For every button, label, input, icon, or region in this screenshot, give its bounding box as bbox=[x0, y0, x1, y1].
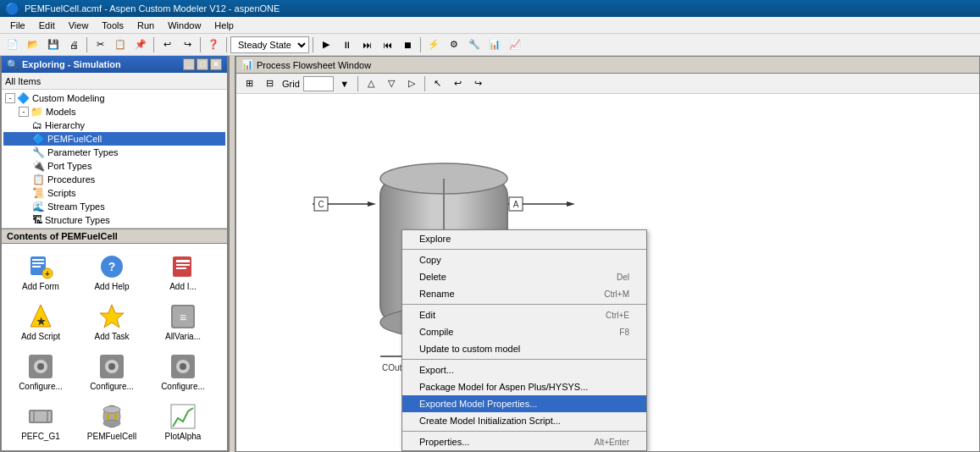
pause-button[interactable]: ⏸ bbox=[337, 36, 356, 54]
toolbar-sep-4 bbox=[226, 37, 227, 52]
tree-item-pemfuelcell[interactable]: 🔷 PEMFuelCell bbox=[3, 132, 225, 146]
content-allvaria[interactable]: ≡ AllVaria... bbox=[149, 299, 217, 345]
configure2-label: Configure... bbox=[90, 382, 134, 391]
ctx-package-model[interactable]: Package Model for Aspen Plus/HYSYS... bbox=[402, 378, 646, 395]
ctx-copy[interactable]: Copy bbox=[402, 251, 646, 268]
new-button[interactable]: 📄 bbox=[3, 36, 22, 54]
tool3-button[interactable]: 🔧 bbox=[465, 36, 484, 54]
content-pefc[interactable]: PEFC_G1 bbox=[7, 399, 75, 445]
ctx-exported-model-properties[interactable]: Exported Model Properties... bbox=[402, 395, 646, 412]
tree-area[interactable]: - 🔷 Custom Modeling - 📁 Models 🗂 Hierarc… bbox=[2, 90, 227, 228]
tool4-button[interactable]: 📊 bbox=[485, 36, 504, 54]
open-button[interactable]: 📂 bbox=[24, 36, 42, 54]
minimize-button[interactable]: _ bbox=[183, 58, 195, 70]
panel-divider[interactable] bbox=[229, 56, 235, 452]
pemfuelcell-tree-icon: 🔷 bbox=[32, 133, 45, 145]
redo-button[interactable]: ↪ bbox=[178, 36, 197, 54]
svg-rect-8 bbox=[173, 256, 191, 277]
content-plot-alpha[interactable]: PlotAlpha bbox=[149, 399, 217, 445]
flow-btn2[interactable]: ⊟ bbox=[260, 74, 279, 93]
paste-button[interactable]: 📌 bbox=[131, 36, 150, 54]
menu-tools[interactable]: Tools bbox=[95, 19, 130, 32]
menu-run[interactable]: Run bbox=[130, 19, 161, 32]
flow-undo-btn[interactable]: ↩ bbox=[449, 74, 468, 93]
ctx-export[interactable]: Export... bbox=[402, 361, 646, 378]
flow-btn1[interactable]: ⊞ bbox=[240, 74, 258, 93]
menu-file[interactable]: File bbox=[3, 19, 32, 32]
tool2-button[interactable]: ⚙ bbox=[445, 36, 463, 54]
content-configure1[interactable]: Configure... bbox=[7, 349, 75, 395]
menu-edit[interactable]: Edit bbox=[32, 19, 62, 32]
help-button[interactable]: ❓ bbox=[204, 36, 223, 54]
step-button[interactable]: ⏭ bbox=[357, 36, 376, 54]
menu-view[interactable]: View bbox=[62, 19, 96, 32]
content-add-i[interactable]: Add I... bbox=[149, 249, 217, 295]
print-button[interactable]: 🖨 bbox=[64, 36, 83, 54]
tool5-button[interactable]: 📈 bbox=[506, 36, 524, 54]
toolbar-sep-6 bbox=[420, 37, 421, 52]
content-add-script[interactable]: ★ Add Script bbox=[7, 299, 75, 345]
content-add-task[interactable]: Add Task bbox=[78, 299, 146, 345]
copy-button[interactable]: 📋 bbox=[111, 36, 130, 54]
run-button[interactable]: ▶ bbox=[317, 36, 335, 54]
stop-button[interactable]: ⏹ bbox=[398, 36, 417, 54]
ctx-explore[interactable]: Explore bbox=[402, 230, 646, 247]
flow-redo-btn[interactable]: ↪ bbox=[469, 74, 488, 93]
ctx-compile[interactable]: Compile F8 bbox=[402, 323, 646, 340]
content-configure3[interactable]: Configure... bbox=[149, 349, 217, 395]
tree-item-port-types[interactable]: 🔌 Port Types bbox=[3, 159, 225, 173]
explorer-titlebar: 🔍 Exploring - Simulation _ □ ✕ bbox=[2, 56, 227, 73]
content-pemfuelcell[interactable]: PEMFuelCell bbox=[78, 399, 146, 445]
tree-item-stream-types[interactable]: 🌊 Stream Types bbox=[3, 200, 225, 213]
undo-button[interactable]: ↩ bbox=[158, 36, 176, 54]
flow-btn6[interactable]: ▷ bbox=[402, 74, 421, 93]
contents-panel: Contents of PEMFuelCell + A bbox=[2, 228, 227, 450]
save-button[interactable]: 💾 bbox=[44, 36, 63, 54]
rewind-button[interactable]: ⏮ bbox=[378, 36, 396, 54]
svg-rect-11 bbox=[176, 267, 186, 269]
ctx-create-init-script[interactable]: Create Model Initialization Script... bbox=[402, 412, 646, 429]
content-configure2[interactable]: Configure... bbox=[78, 349, 146, 395]
procedures-icon: 📋 bbox=[32, 174, 45, 185]
tree-item-procedures[interactable]: 📋 Procedures bbox=[3, 173, 225, 186]
ctx-delete[interactable]: Delete Del bbox=[402, 268, 646, 285]
parameter-types-icon: 🔧 bbox=[32, 146, 45, 158]
run-mode-select[interactable]: Steady State bbox=[230, 36, 309, 53]
flow-btn5[interactable]: ▽ bbox=[382, 74, 401, 93]
ctx-properties[interactable]: Properties... Alt+Enter bbox=[402, 433, 646, 450]
expander-models[interactable]: - bbox=[19, 107, 29, 117]
add-help-label: Add Help bbox=[94, 282, 129, 291]
flow-btn4[interactable]: △ bbox=[362, 74, 380, 93]
tool1-button[interactable]: ⚡ bbox=[424, 36, 443, 54]
menu-help[interactable]: Help bbox=[208, 19, 241, 32]
tree-item-hierarchy[interactable]: 🗂 Hierarchy bbox=[3, 119, 225, 132]
close-button[interactable]: ✕ bbox=[210, 58, 222, 70]
tree-item-custom-modeling[interactable]: - 🔷 Custom Modeling bbox=[3, 91, 225, 105]
ctx-update-custom-model[interactable]: Update to custom model bbox=[402, 340, 646, 357]
hierarchy-icon: 🗂 bbox=[32, 119, 42, 131]
flow-btn3[interactable]: ▼ bbox=[335, 74, 354, 93]
tree-item-models[interactable]: - 📁 Models bbox=[3, 105, 225, 119]
tree-item-scripts[interactable]: 📜 Scripts bbox=[3, 186, 225, 200]
content-add-help[interactable]: ? Add Help bbox=[78, 249, 146, 295]
add-i-icon bbox=[169, 253, 197, 280]
svg-point-32 bbox=[103, 406, 120, 413]
grid-input[interactable]: 0.05 bbox=[303, 76, 334, 91]
tree-item-structure-types[interactable]: 🏗 Structure Types bbox=[3, 213, 225, 227]
svg-text:?: ? bbox=[108, 260, 116, 273]
tree-item-parameter-types[interactable]: 🔧 Parameter Types bbox=[3, 146, 225, 159]
tree-label-pemfuelcell: PEMFuelCell bbox=[47, 134, 102, 144]
ctx-rename[interactable]: Rename Ctrl+M bbox=[402, 285, 646, 302]
maximize-button[interactable]: □ bbox=[197, 58, 208, 70]
app-title: PEMFuelCell.acmf - Aspen Custom Modeler … bbox=[25, 3, 280, 14]
svg-point-20 bbox=[37, 363, 44, 370]
content-add-form[interactable]: + Add Form bbox=[7, 249, 75, 295]
add-task-label: Add Task bbox=[95, 332, 130, 341]
ctx-edit[interactable]: Edit Ctrl+E bbox=[402, 306, 646, 323]
expander-custom-modeling[interactable]: - bbox=[5, 93, 15, 103]
menu-window[interactable]: Window bbox=[161, 19, 208, 32]
ctx-sep2 bbox=[402, 304, 646, 305]
cut-button[interactable]: ✂ bbox=[91, 36, 109, 54]
configure2-icon bbox=[98, 353, 125, 380]
flow-select-btn[interactable]: ↖ bbox=[429, 74, 447, 93]
